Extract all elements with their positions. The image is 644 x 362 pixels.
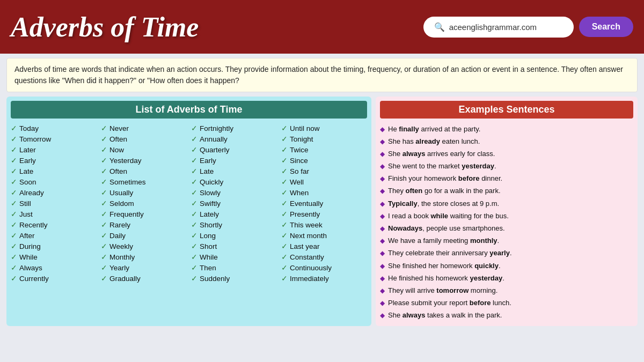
adverb-word: Eventually (290, 200, 323, 208)
diamond-icon: ◆ (380, 274, 385, 283)
adverb-item: ✓Often (101, 166, 187, 176)
example-item: ◆Finish your homework before dinner. (380, 173, 633, 185)
search-button[interactable]: Search (579, 17, 633, 37)
example-text: Finish your homework before dinner. (388, 174, 502, 183)
example-item: ◆He finally arrived at the party. (380, 123, 633, 135)
main-content: List of Adverbs of Time ✓Today✓Tomorrow✓… (0, 97, 644, 330)
adverbs-col-3: ✓Until now✓Tonight✓Twice✓Since✓So far✓We… (281, 123, 367, 284)
adverb-item: ✓Presently (281, 209, 367, 219)
check-icon: ✓ (191, 263, 197, 272)
page-title: Adverbs of Time (11, 11, 199, 43)
adverb-item: ✓Yesterday (101, 155, 187, 166)
check-icon: ✓ (11, 188, 17, 197)
adverb-item: ✓So far (281, 166, 367, 176)
adverb-item: ✓Last year (281, 241, 367, 252)
check-icon: ✓ (191, 124, 197, 132)
adverb-item: ✓Currently (11, 273, 97, 284)
adverb-item: ✓Weekly (101, 241, 187, 252)
example-text: She always takes a walk in the park. (388, 311, 502, 320)
check-icon: ✓ (11, 210, 17, 218)
adverb-word: Already (19, 189, 44, 197)
example-item: ◆She has already eaten lunch. (380, 135, 633, 147)
adverb-word: Lately (200, 210, 219, 218)
example-item: ◆They celebrate their anniversary yearly… (380, 247, 633, 260)
check-icon: ✓ (191, 145, 197, 154)
adverb-item: ✓Until now (281, 123, 367, 134)
check-icon: ✓ (11, 135, 17, 143)
adverb-word: During (19, 242, 41, 250)
check-icon: ✓ (191, 220, 197, 229)
check-icon: ✓ (281, 156, 288, 165)
adverb-word: Next month (290, 232, 327, 240)
adverb-item: ✓Rarely (101, 219, 187, 230)
adverb-item: ✓Shortly (191, 219, 277, 230)
check-icon: ✓ (11, 178, 17, 186)
diamond-icon: ◆ (380, 125, 385, 134)
example-text: She went to the market yesterday. (388, 161, 496, 171)
adverb-word: Today (19, 124, 39, 132)
example-item: ◆She went to the market yesterday. (380, 160, 633, 173)
check-icon: ✓ (101, 124, 107, 132)
adverb-item: ✓While (11, 252, 97, 262)
diamond-icon: ◆ (380, 162, 385, 171)
diamond-icon: ◆ (380, 224, 385, 233)
adverb-item: ✓Since (281, 155, 367, 166)
adverb-item: ✓Sometimes (101, 176, 187, 187)
adverb-item: ✓Tomorrow (11, 134, 97, 144)
example-item: ◆They often go for a walk in the park. (380, 185, 633, 197)
example-item: ◆She finished her homework quickly. (380, 260, 633, 272)
check-icon: ✓ (11, 167, 17, 175)
adverb-item: ✓Just (11, 209, 97, 219)
check-icon: ✓ (281, 199, 288, 208)
example-text: Please submit your report before lunch. (388, 298, 511, 308)
adverb-item: ✓Soon (11, 176, 97, 187)
adverb-item: ✓After (11, 230, 97, 241)
adverb-word: Frequently (109, 210, 144, 218)
adverb-word: Quarterly (200, 146, 230, 154)
adverb-item: ✓Twice (281, 144, 367, 155)
description-box: Adverbs of time are words that indicate … (6, 58, 638, 92)
adverb-item: ✓Quickly (191, 176, 277, 187)
adverb-item: ✓Always (11, 262, 97, 273)
check-icon: ✓ (281, 167, 288, 175)
adverb-item: ✓Lately (191, 209, 277, 219)
adverb-word: Always (19, 264, 42, 272)
example-text: Nowadays, people use smartphones. (388, 224, 505, 233)
check-icon: ✓ (191, 274, 197, 283)
diamond-icon: ◆ (380, 137, 385, 146)
site-url: aceenglishgrammar.com (449, 23, 537, 32)
adverb-word: Well (290, 178, 304, 186)
adverb-word: Swiftly (200, 200, 221, 208)
check-icon: ✓ (281, 242, 288, 250)
adverb-word: Long (200, 232, 216, 240)
check-icon: ✓ (11, 274, 17, 283)
adverb-item: ✓Well (281, 176, 367, 187)
diamond-icon: ◆ (380, 187, 385, 196)
adverbs-panel-title: List of Adverbs of Time (11, 101, 367, 119)
adverb-item: ✓Usually (101, 187, 187, 198)
adverb-item: ✓Suddenly (191, 273, 277, 284)
check-icon: ✓ (101, 220, 107, 229)
adverb-word: Tonight (290, 135, 313, 143)
adverb-word: Twice (290, 146, 309, 154)
adverb-word: Weekly (109, 242, 133, 250)
adverb-item: ✓Now (101, 144, 187, 155)
adverb-word: Immediately (290, 275, 329, 283)
example-text: They will arrive tomorrow morning. (388, 286, 497, 295)
example-item: ◆They will arrive tomorrow morning. (380, 284, 633, 297)
adverb-word: This week (290, 221, 323, 229)
check-icon: ✓ (191, 199, 197, 208)
example-text: She finished her homework quickly. (388, 261, 501, 271)
check-icon: ✓ (281, 253, 288, 261)
adverb-item: ✓During (11, 241, 97, 252)
header: Adverbs of Time 🔍 aceenglishgrammar.com … (0, 0, 644, 54)
header-right: 🔍 aceenglishgrammar.com Search (423, 17, 633, 38)
adverb-word: Until now (290, 124, 320, 132)
adverb-word: When (290, 189, 309, 197)
adverb-item: ✓Next month (281, 230, 367, 241)
check-icon: ✓ (11, 145, 17, 154)
diamond-icon: ◆ (380, 150, 385, 159)
check-icon: ✓ (191, 231, 197, 240)
check-icon: ✓ (101, 210, 107, 218)
examples-panel-title: Examples Sentences (380, 101, 633, 119)
